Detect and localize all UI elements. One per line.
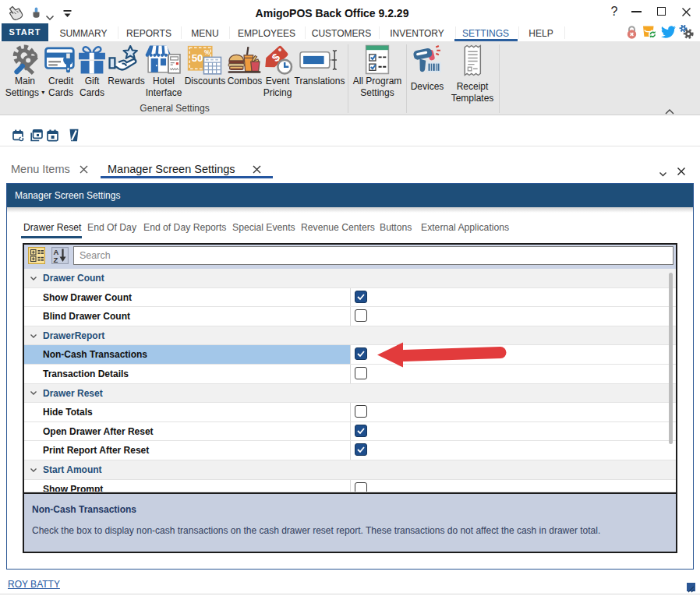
svg-text:%: %: [204, 49, 210, 56]
svg-text:Z: Z: [54, 256, 58, 264]
svg-text:50: 50: [192, 52, 203, 64]
